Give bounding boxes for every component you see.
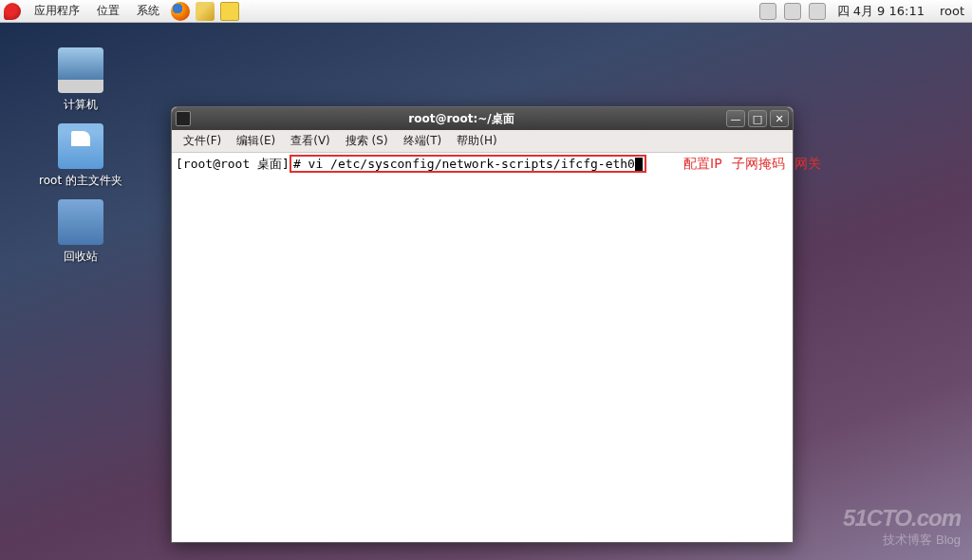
window-controls: — □ ✕: [726, 110, 789, 127]
terminal-menubar: 文件(F) 编辑(E) 查看(V) 搜索 (S) 终端(T) 帮助(H): [172, 130, 793, 153]
watermark-site: 51CTO.com: [843, 505, 961, 532]
watermark-tagline: 技术博客: [883, 532, 932, 547]
annotation-part3: 网关: [794, 156, 821, 171]
user-menu[interactable]: root: [936, 4, 968, 18]
panel-left: 应用程序 位置 系统: [4, 0, 241, 22]
network-icon[interactable]: [809, 3, 826, 20]
window-title: root@root:~/桌面: [196, 111, 726, 127]
window-titlebar[interactable]: root@root:~/桌面 — □ ✕: [172, 107, 793, 130]
trash-icon: [58, 199, 103, 245]
desktop-icon-home[interactable]: root 的主文件夹: [38, 123, 123, 189]
annotation-part2: 子网掩码: [732, 156, 785, 171]
menu-file[interactable]: 文件(F): [178, 131, 227, 151]
terminal-body[interactable]: [root@root 桌面]# vi /etc/sysconfig/networ…: [172, 153, 793, 542]
terminal-command: # vi /etc/sysconfig/network-scripts/ifcf…: [293, 157, 635, 171]
system-menu[interactable]: 系统: [129, 0, 167, 22]
desktop-label: root 的主文件夹: [38, 173, 123, 189]
panel-right: 四 4月 9 16:11 root: [759, 3, 968, 20]
notes-icon[interactable]: [220, 2, 239, 21]
applications-menu[interactable]: 应用程序: [27, 0, 87, 22]
menu-help[interactable]: 帮助(H): [451, 131, 502, 151]
desktop-icon-computer[interactable]: 计算机: [38, 47, 123, 113]
close-button[interactable]: ✕: [770, 110, 789, 127]
desktop-icon-trash[interactable]: 回收站: [38, 199, 123, 265]
maximize-button[interactable]: □: [748, 110, 767, 127]
update-icon[interactable]: [759, 3, 776, 20]
firefox-icon[interactable]: [171, 2, 190, 21]
desktop-label: 回收站: [38, 249, 123, 265]
minimize-button[interactable]: —: [726, 110, 745, 127]
cursor-icon: [635, 158, 643, 171]
desktop-label: 计算机: [38, 97, 123, 113]
menu-view[interactable]: 查看(V): [285, 131, 336, 151]
home-folder-icon: [58, 123, 103, 169]
menu-edit[interactable]: 编辑(E): [231, 131, 281, 151]
redhat-icon[interactable]: [4, 3, 21, 20]
mail-icon[interactable]: [196, 2, 215, 21]
volume-icon[interactable]: [784, 3, 801, 20]
command-highlight-box: # vi /etc/sysconfig/network-scripts/ifcf…: [290, 155, 646, 173]
datetime[interactable]: 四 4月 9 16:11: [833, 3, 928, 20]
computer-icon: [58, 47, 103, 93]
menu-search[interactable]: 搜索 (S): [340, 131, 394, 151]
watermark: 51CTO.com 技术博客 Blog: [843, 505, 961, 549]
places-menu[interactable]: 位置: [89, 0, 127, 22]
terminal-icon: [176, 111, 191, 126]
annotation-text: 配置IP 子网掩码 网关: [683, 156, 827, 173]
top-panel: 应用程序 位置 系统 四 4月 9 16:11 root: [0, 0, 972, 23]
annotation-part1: 配置IP: [683, 156, 722, 171]
terminal-prompt: [root@root 桌面]: [176, 157, 290, 171]
watermark-blog: Blog: [936, 532, 961, 547]
menu-terminal[interactable]: 终端(T): [398, 131, 448, 151]
